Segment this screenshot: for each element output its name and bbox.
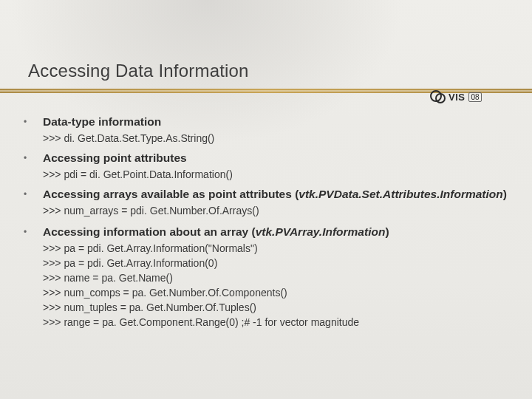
code-block: >>> di. Get.Data.Set.Type.As.String() <box>43 130 510 151</box>
bullet-item: • Accessing information about an array (… <box>24 225 510 239</box>
code-line: >>> pa = pdi. Get.Array.Information("Nor… <box>43 241 510 256</box>
slide-title: Accessing Data Information <box>28 61 249 81</box>
content-area: • Data-type information >>> di. Get.Data… <box>24 115 510 335</box>
section-heading: Accessing arrays available as point attr… <box>43 187 507 202</box>
logo-glyph-icon <box>430 89 446 105</box>
code-line: >>> num_tuples = pa. Get.Number.Of.Tuple… <box>43 300 510 315</box>
code-line: >>> range = pa. Get.Component.Range(0) ;… <box>43 315 510 330</box>
logo-year: 08 <box>468 92 481 102</box>
section-heading: Data-type information <box>43 115 161 129</box>
logo-text: VIS <box>449 92 465 103</box>
bullet-marker: • <box>24 115 43 129</box>
logo: VIS 08 <box>430 86 511 107</box>
bullet-item: • Accessing point attributes <box>24 151 510 166</box>
code-line: >>> di. Get.Data.Set.Type.As.String() <box>43 131 510 146</box>
code-block: >>> pdi = di. Get.Point.Data.Information… <box>43 166 510 187</box>
section-heading: Accessing point attributes <box>43 151 187 166</box>
code-line: >>> num_arrays = pdi. Get.Number.Of.Arra… <box>43 203 510 218</box>
bullet-marker: • <box>24 151 43 166</box>
code-block: >>> num_arrays = pdi. Get.Number.Of.Arra… <box>43 202 510 223</box>
code-line: >>> pdi = di. Get.Point.Data.Information… <box>43 167 510 182</box>
section-heading: Accessing information about an array (vt… <box>43 225 389 239</box>
code-block: >>> pa = pdi. Get.Array.Information("Nor… <box>43 240 510 335</box>
code-line: >>> name = pa. Get.Name() <box>43 270 510 285</box>
code-line: >>> pa = pdi. Get.Array.Information(0) <box>43 256 510 270</box>
bullet-marker: • <box>24 225 43 239</box>
bullet-item: • Accessing arrays available as point at… <box>24 187 510 202</box>
bullet-item: • Data-type information <box>24 115 510 129</box>
code-line: >>> num_comps = pa. Get.Number.Of.Compon… <box>43 285 510 300</box>
bullet-marker: • <box>24 187 43 202</box>
